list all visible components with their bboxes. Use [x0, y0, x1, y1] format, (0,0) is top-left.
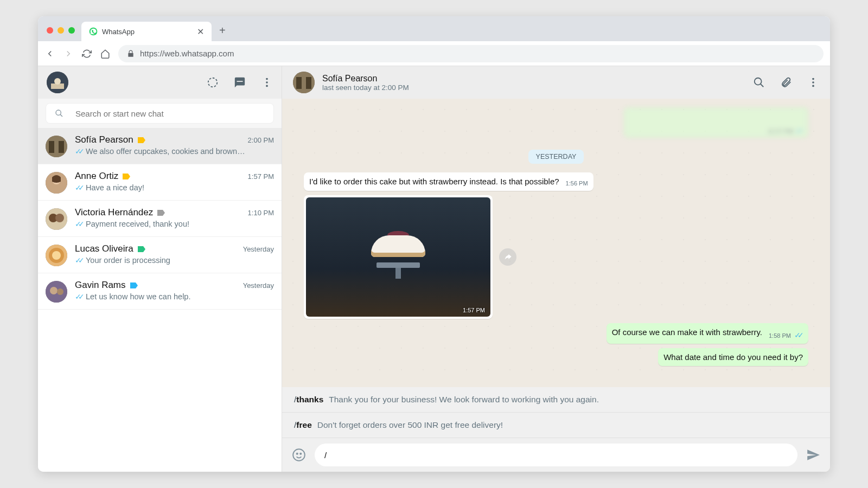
new-chat-icon[interactable]	[234, 76, 246, 88]
forward-button[interactable]	[63, 48, 74, 59]
chat-name: Victoria Hernández	[75, 207, 165, 218]
chat-name: Anne Ortiz	[75, 171, 130, 182]
svg-rect-24	[296, 77, 302, 89]
contact-info[interactable]: Sofía Pearson last seen today at 2:00 PM	[322, 74, 409, 92]
svg-point-3	[54, 78, 61, 85]
contact-name: Sofía Pearson	[322, 74, 409, 84]
incoming-image-message[interactable]: 1:57 PM	[304, 195, 493, 319]
svg-point-31	[297, 453, 298, 454]
chat-avatar	[46, 136, 67, 157]
read-receipt-icon: ✓✓	[75, 292, 81, 301]
close-tab-icon[interactable]: ✕	[197, 27, 204, 37]
chat-time: Yesterday	[243, 281, 274, 290]
svg-point-28	[812, 81, 814, 84]
search-input[interactable]	[75, 109, 265, 118]
chat-avatar	[46, 208, 67, 230]
outgoing-message-partial[interactable]: What date and time do you need it by?	[658, 348, 808, 366]
svg-point-30	[293, 449, 305, 461]
label-icon	[157, 210, 165, 216]
chat-preview: ✓✓ Have a nice day!	[75, 183, 274, 192]
whatsapp-icon	[89, 27, 98, 36]
chat-list-item[interactable]: Victoria Hernández 1:10 PM ✓✓ Payment re…	[38, 201, 282, 237]
menu-icon[interactable]	[261, 76, 273, 88]
label-icon	[138, 246, 145, 252]
browser-window: WhatsApp ✕ + https://web.whatsapp.com	[38, 16, 830, 472]
read-receipt-icon: ✓✓	[75, 183, 81, 192]
message-input[interactable]	[324, 451, 788, 460]
maximize-window-button[interactable]	[68, 27, 75, 34]
incoming-message[interactable]: I'd like to order this cake but with str…	[304, 172, 593, 191]
message-text: Of course we can make it with strawberry…	[612, 328, 762, 337]
svg-point-19	[52, 251, 61, 260]
search-box[interactable]	[46, 103, 274, 124]
chat-list-item[interactable]: Sofía Pearson 2:00 PM ✓✓ We also offer c…	[38, 128, 282, 164]
attach-icon[interactable]	[780, 76, 792, 88]
chat-time: 1:10 PM	[248, 209, 274, 217]
label-icon	[138, 137, 145, 143]
sidebar: Sofía Pearson 2:00 PM ✓✓ We also offer c…	[38, 66, 282, 472]
back-button[interactable]	[44, 48, 55, 59]
close-window-button[interactable]	[47, 27, 53, 34]
minimize-window-button[interactable]	[58, 27, 64, 34]
browser-tab[interactable]: WhatsApp ✕	[81, 22, 212, 41]
status-icon[interactable]	[207, 76, 219, 88]
home-button[interactable]	[100, 48, 111, 59]
window-controls	[42, 27, 81, 41]
chat-list: Sofía Pearson 2:00 PM ✓✓ We also offer c…	[38, 128, 282, 472]
main-panel: Sofía Pearson last seen today at 2:00 PM…	[282, 66, 830, 472]
quick-replies-panel: /thanksThank you for your business! We l…	[282, 387, 830, 438]
whatsapp-app: Sofía Pearson 2:00 PM ✓✓ We also offer c…	[38, 66, 830, 472]
browser-tab-bar: WhatsApp ✕ +	[38, 16, 830, 41]
svg-rect-11	[59, 141, 64, 153]
url-input[interactable]: https://web.whatsapp.com	[118, 45, 824, 62]
chat-menu-icon[interactable]	[807, 76, 819, 88]
read-receipt-icon: ✓✓	[75, 147, 81, 156]
chat-name: Sofía Pearson	[75, 134, 145, 145]
quick-reply-item[interactable]: /freeDon't forget orders over 500 INR ge…	[282, 413, 830, 438]
compose-bar	[282, 438, 830, 472]
new-tab-button[interactable]: +	[212, 24, 233, 41]
svg-point-29	[812, 85, 814, 87]
chat-avatar	[46, 281, 67, 303]
search-in-chat-icon[interactable]	[753, 76, 765, 88]
chat-list-item[interactable]: Anne Ortiz 1:57 PM ✓✓ Have a nice day!	[38, 164, 282, 201]
contact-avatar[interactable]	[293, 72, 315, 93]
svg-point-32	[300, 453, 301, 454]
svg-point-22	[57, 288, 63, 295]
image-attachment[interactable]: 1:57 PM	[306, 197, 490, 317]
own-avatar[interactable]	[47, 72, 68, 93]
chat-list-item[interactable]: Gavin Rams Yesterday ✓✓ Let us know how …	[38, 273, 282, 310]
sidebar-header	[38, 66, 282, 99]
reload-button[interactable]	[81, 48, 92, 59]
cake-image	[366, 235, 431, 279]
svg-rect-25	[306, 77, 311, 89]
outgoing-message[interactable]: Of course we can make it with strawberry…	[607, 323, 808, 344]
address-bar: https://web.whatsapp.com	[38, 41, 830, 66]
message-time: 1:58 PM ✓✓	[769, 331, 803, 339]
previous-outgoing-message: 12:27 PM ✓✓	[624, 107, 808, 138]
url-text: https://web.whatsapp.com	[140, 49, 234, 58]
svg-point-6	[266, 81, 268, 84]
message-text: I'd like to order this cake but with str…	[309, 177, 559, 186]
lock-icon	[127, 50, 135, 57]
chat-time: 1:57 PM	[248, 172, 274, 181]
svg-point-4	[208, 78, 218, 87]
quick-reply-description: Don't forget orders over 500 INR get fre…	[317, 420, 503, 430]
emoji-icon[interactable]	[292, 448, 306, 462]
message-input-box[interactable]	[315, 444, 797, 466]
chat-preview: ✓✓ Your order is processing	[75, 256, 274, 265]
read-receipt-icon: ✓✓	[75, 220, 81, 228]
search-icon	[55, 109, 63, 118]
chat-list-item[interactable]: Lucas Oliveira Yesterday ✓✓ Your order i…	[38, 237, 282, 273]
chat-body: 12:27 PM ✓✓ YESTERDAY I'd like to order …	[282, 99, 830, 387]
message-text: What date and time do you need it by?	[663, 352, 803, 362]
chat-name: Gavin Rams	[75, 280, 138, 291]
forward-icon[interactable]	[499, 248, 516, 266]
quick-reply-item[interactable]: /thanksThank you for your business! We l…	[282, 387, 830, 413]
svg-point-7	[266, 85, 268, 87]
message-time: 1:56 PM	[566, 180, 588, 187]
chat-time: Yesterday	[243, 245, 274, 253]
svg-rect-10	[49, 141, 54, 153]
chat-preview: ✓✓ Let us know how we can help.	[75, 292, 274, 301]
send-button[interactable]	[806, 448, 820, 462]
